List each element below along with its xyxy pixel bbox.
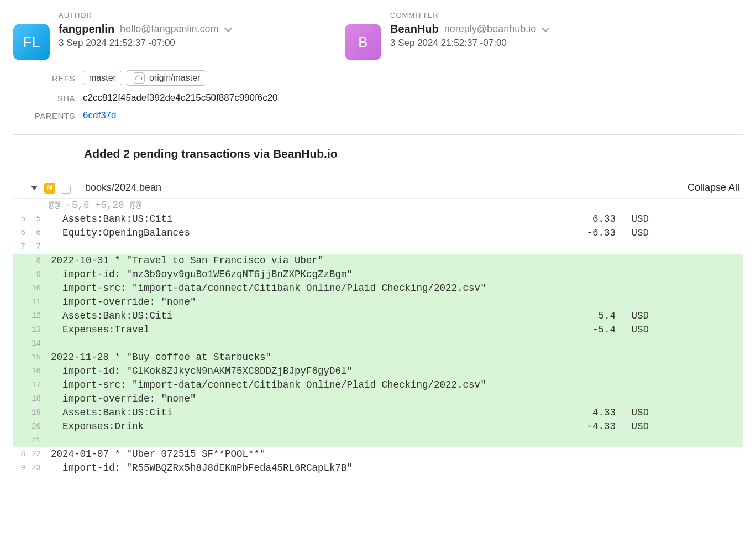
old-line-number (13, 337, 29, 351)
diff-line-added: 14 (13, 337, 743, 351)
ref-remote-branch[interactable]: origin/master (127, 70, 206, 86)
collapse-all-button[interactable]: Collapse All (687, 182, 743, 194)
old-line-number: 7 (13, 240, 29, 254)
committer-email: noreply@beanhub.io (444, 23, 536, 35)
posting-amount: -4.33 (581, 420, 616, 434)
new-line-number: 8 (29, 254, 44, 268)
old-line-number: 8 (13, 447, 29, 461)
diff-code (46, 337, 743, 351)
author-name: fangpenlin (59, 23, 114, 35)
parent-commit-link[interactable]: 6cdf37d (83, 110, 117, 121)
diff-view: @@ -5,6 +5,20 @@ 55 Assets:Bank:US:Citi … (13, 198, 743, 475)
diff-code: 2024-01-07 * "Uber 072515 SF**POOL**" (46, 447, 743, 461)
posting-currency: USD (631, 420, 649, 434)
divider (13, 134, 743, 135)
author-block: FL fangpenlin hello@fangpenlin.com 3 Sep… (13, 23, 323, 60)
commit-message: Added 2 pending transactions via BeanHub… (84, 147, 743, 160)
diff-code: import-override: "none" (46, 392, 743, 406)
posting-amount: 5.4 (581, 309, 616, 323)
hunk-header: @@ -5,6 +5,20 @@ (13, 199, 743, 212)
diff-code: import-id: "R55WBQZRx5h8J8dEKmPbFeda45RL… (46, 461, 743, 475)
refs-label: REFS (13, 74, 83, 83)
modified-badge: M (44, 183, 55, 194)
new-line-number: 15 (29, 351, 44, 364)
diff-line-added: 11 import-override: "none" (13, 295, 743, 309)
diff-code: 2022-11-28 * "Buy coffee at Starbucks" (46, 351, 743, 364)
old-line-number (13, 392, 29, 406)
diff-line-added: 18 import-override: "none" (13, 392, 743, 406)
committer-date: 3 Sep 2024 21:52:37 -07:00 (390, 38, 547, 49)
new-line-number: 7 (29, 240, 44, 254)
diff-line-added: 152022-11-28 * "Buy coffee at Starbucks" (13, 351, 743, 364)
new-line-number: 13 (29, 323, 44, 337)
file-disclosure-toggle[interactable] (31, 186, 38, 190)
new-line-number: 5 (29, 212, 44, 226)
old-line-number (13, 281, 29, 295)
divider (13, 175, 743, 175)
old-line-number (13, 406, 29, 420)
old-line-number (13, 420, 29, 434)
diff-line-context: 923 import-id: "R55WBQZRx5h8J8dEKmPbFeda… (13, 461, 743, 475)
new-line-number: 20 (29, 420, 44, 434)
new-line-number: 16 (29, 364, 44, 378)
sha-label: SHA (13, 93, 83, 103)
old-line-number (13, 309, 29, 323)
file-icon (62, 183, 71, 194)
diff-code (46, 434, 743, 447)
new-line-number: 18 (29, 392, 44, 406)
diff-line-added: 12 Assets:Bank:US:Citi 5.4USD (13, 309, 743, 323)
new-line-number: 17 (29, 378, 44, 392)
author-avatar: FL (13, 24, 50, 60)
old-line-number (13, 351, 29, 364)
old-line-number (13, 295, 29, 309)
sha-value: c2cc812f45adef392de4c215c50f887c990f6c20 (83, 92, 743, 103)
new-line-number: 22 (29, 447, 44, 461)
posting-currency: USD (631, 309, 649, 323)
author-role-label: AUTHOR (59, 11, 323, 19)
new-line-number: 12 (29, 309, 44, 323)
new-line-number: 11 (29, 295, 44, 309)
new-line-number: 10 (29, 281, 44, 295)
diff-code: import-src: "import-data/connect/Citiban… (46, 378, 743, 392)
chevron-down-icon[interactable] (542, 24, 549, 32)
posting-amount: -6.33 (581, 226, 616, 240)
committer-role-label: COMMITTER (390, 11, 654, 19)
old-line-number (13, 378, 29, 392)
diff-code: import-src: "import-data/connect/Citiban… (46, 281, 743, 295)
parents-label: PARENTS (13, 111, 83, 121)
diff-code: import-id: "mz3b9oyv9guBo1WE6zqNT6jjBnZX… (46, 268, 743, 281)
diff-line-added: 10 import-src: "import-data/connect/Citi… (13, 281, 743, 295)
new-line-number: 14 (29, 337, 44, 351)
diff-code: 2022-10-31 * "Travel to San Francisco vi… (46, 254, 743, 268)
committer-name: BeanHub (390, 23, 439, 35)
diff-line-context: 66 Equity:OpeningBalances -6.33USD (13, 226, 743, 240)
new-line-number: 19 (29, 406, 44, 420)
chevron-down-icon[interactable] (224, 24, 232, 32)
new-line-number: 6 (29, 226, 44, 240)
old-line-number (13, 434, 29, 447)
posting-amount: -5.4 (581, 323, 616, 337)
refs-row: master origin/master (83, 70, 743, 86)
posting-currency: USD (631, 226, 649, 240)
posting-currency: USD (631, 212, 649, 226)
old-line-number (13, 323, 29, 337)
ref-local-branch[interactable]: master (83, 71, 122, 85)
diff-line-added: 20 Expenses:Drink -4.33USD (13, 420, 743, 434)
old-line-number (13, 254, 29, 268)
new-line-number: 9 (29, 268, 44, 281)
diff-line-added: 82022-10-31 * "Travel to San Francisco v… (13, 254, 743, 268)
committer-block: B BeanHub noreply@beanhub.io 3 Sep 2024 … (345, 23, 654, 60)
author-email: hello@fangpenlin.com (120, 23, 218, 35)
diff-line-context: 55 Assets:Bank:US:Citi 6.33USD (13, 212, 743, 226)
posting-currency: USD (631, 323, 649, 337)
old-line-number (13, 268, 29, 281)
file-path[interactable]: books/2024.bean (85, 182, 161, 194)
cloud-icon (133, 72, 145, 84)
old-line-number: 6 (13, 226, 29, 240)
diff-code: import-override: "none" (46, 295, 743, 309)
old-line-number: 5 (13, 212, 29, 226)
diff-line-context: 8222024-01-07 * "Uber 072515 SF**POOL**" (13, 447, 743, 461)
diff-code (46, 240, 743, 254)
posting-currency: USD (631, 406, 649, 420)
new-line-number: 21 (29, 434, 44, 447)
